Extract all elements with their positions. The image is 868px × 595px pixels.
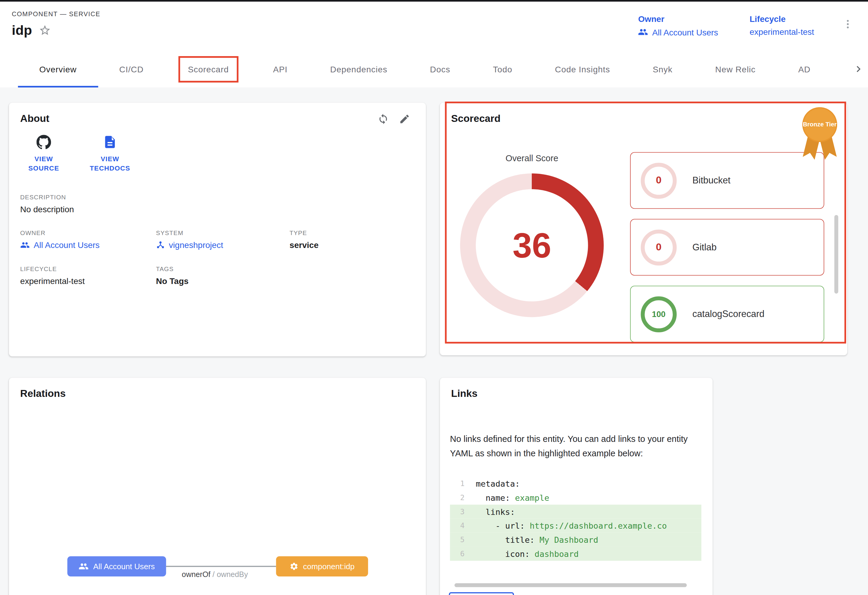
scorecard-item-label: catalogScorecard xyxy=(692,309,764,320)
description-value: No description xyxy=(20,204,415,214)
relation-component-label: component:idp xyxy=(303,562,354,571)
owner-field-link[interactable]: All Account Users xyxy=(20,240,156,250)
score-ring: 0 xyxy=(641,229,677,265)
overall-score-donut: 36 xyxy=(460,173,604,317)
links-title: Links xyxy=(451,388,477,400)
view-source-label: VIEW SOURCE xyxy=(24,154,64,173)
people-icon xyxy=(78,561,89,571)
scorecard-scrollbar[interactable] xyxy=(834,215,838,294)
system-field: SYSTEM vigneshproject xyxy=(156,229,289,249)
techdocs-file-icon xyxy=(103,135,117,149)
score-ring: 100 xyxy=(641,296,677,332)
chevron-right-icon[interactable] xyxy=(850,50,865,87)
tab-api[interactable]: API xyxy=(252,50,309,87)
view-techdocs-link[interactable]: VIEW TECHDOCS xyxy=(90,135,130,173)
tab-todo[interactable]: Todo xyxy=(471,50,534,87)
scorecard-item-catalogscorecard[interactable]: 100 catalogScorecard xyxy=(630,286,824,342)
line-number: 1 xyxy=(450,480,465,488)
kebab-menu-icon[interactable] xyxy=(842,14,853,30)
line-number: 6 xyxy=(450,550,465,558)
tab-snyk[interactable]: Snyk xyxy=(631,50,694,87)
owner-value: All Account Users xyxy=(652,27,718,37)
tab-ad-truncated[interactable]: AD xyxy=(777,50,832,87)
links-action-button[interactable] xyxy=(449,592,514,595)
lifecycle-field-value: experimental-test xyxy=(20,276,156,286)
edge-label-ownedby: ownedBy xyxy=(217,570,248,579)
code-horizontal-scrollbar[interactable] xyxy=(455,583,686,587)
relations-title: Relations xyxy=(20,388,66,400)
edge-label-divider: / xyxy=(211,570,217,579)
owner-link[interactable]: All Account Users xyxy=(638,27,718,37)
scorecard-item-label: Gitlab xyxy=(692,242,716,253)
about-title: About xyxy=(20,113,49,124)
edit-pencil-icon[interactable] xyxy=(399,113,410,124)
scorecard-item-bitbucket[interactable]: 0 Bitbucket xyxy=(630,152,824,209)
tab-scorecard[interactable]: Scorecard xyxy=(165,50,252,87)
system-field-link[interactable]: vigneshproject xyxy=(156,240,289,250)
gear-icon xyxy=(289,562,298,571)
lifecycle-field: LIFECYCLE experimental-test xyxy=(20,265,156,286)
owner-field-label: OWNER xyxy=(20,229,156,236)
owner-meta: Owner All Account Users xyxy=(638,14,718,37)
people-icon xyxy=(638,27,648,37)
scorecard-tab-annotation: Scorecard xyxy=(179,56,238,82)
tab-cicd[interactable]: CI/CD xyxy=(98,50,165,87)
score-ring: 0 xyxy=(641,163,677,198)
tab-overview[interactable]: Overview xyxy=(18,50,98,87)
owner-label: Owner xyxy=(638,14,718,24)
lifecycle-value: experimental-test xyxy=(750,27,814,37)
edge-label-ownerof: ownerOf xyxy=(182,570,210,579)
main-content: About VIEW SOURCE xyxy=(0,88,868,595)
entity-header: COMPONENT — SERVICE idp Owner All Accoun… xyxy=(0,2,868,51)
description-label: DESCRIPTION xyxy=(20,193,415,200)
view-techdocs-label: VIEW TECHDOCS xyxy=(90,154,130,173)
overall-score-label: Overall Score xyxy=(459,153,605,163)
app-window: COMPONENT — SERVICE idp Owner All Accoun… xyxy=(0,0,868,595)
favorite-star-icon[interactable] xyxy=(39,24,51,36)
tags-field-value: No Tags xyxy=(156,276,289,286)
relation-edge-label: ownerOf / ownedBy xyxy=(182,570,248,579)
links-empty-message: No links defined for this entity. You ca… xyxy=(450,432,701,461)
bronze-tier-badge: Bronze Tier xyxy=(801,107,838,163)
scorecard-card: Scorecard Bronze Tier Overall Score 36 0 xyxy=(440,103,847,355)
github-icon xyxy=(37,135,51,149)
tier-badge-label: Bronze Tier xyxy=(802,107,837,142)
overall-score-value: 36 xyxy=(512,225,551,265)
relations-graph: All Account Users component:idp ownerOf … xyxy=(9,400,426,595)
code-line-highlighted: 5 title: My Dashboard xyxy=(450,533,701,547)
scorecard-item-gitlab[interactable]: 0 Gitlab xyxy=(630,219,824,275)
line-number: 4 xyxy=(450,521,465,530)
line-number: 5 xyxy=(450,536,465,544)
owner-field-value: All Account Users xyxy=(34,240,100,250)
lifecycle-label: Lifecycle xyxy=(750,14,814,24)
type-field: TYPE service xyxy=(289,229,415,249)
scorecard-title: Scorecard xyxy=(451,113,500,124)
tab-new-relic[interactable]: New Relic xyxy=(694,50,777,87)
relation-edge-line xyxy=(166,566,276,567)
code-line: 1 metadata: xyxy=(450,477,701,490)
system-hub-icon xyxy=(156,240,165,249)
lifecycle-meta: Lifecycle experimental-test xyxy=(750,14,814,37)
line-number: 3 xyxy=(450,507,465,516)
system-field-label: SYSTEM xyxy=(156,229,289,236)
relation-node-component[interactable]: component:idp xyxy=(276,556,368,576)
code-line: 2 name: example xyxy=(450,490,701,505)
links-card: Links No links defined for this entity. … xyxy=(440,377,713,595)
code-line-highlighted: 6 icon: dashboard xyxy=(450,547,701,561)
code-line-highlighted: 3 links: xyxy=(450,505,701,519)
tab-code-insights[interactable]: Code Insights xyxy=(534,50,631,87)
relations-card: Relations All Account Users component:id… xyxy=(9,377,426,595)
yaml-example-code: 1 metadata: 2 name: example 3 links: 4 -… xyxy=(450,477,701,561)
tab-bar: Overview CI/CD Scorecard API Dependencie… xyxy=(0,50,868,88)
tab-dependencies[interactable]: Dependencies xyxy=(309,50,409,87)
tab-docs[interactable]: Docs xyxy=(409,50,471,87)
about-card: About VIEW SOURCE xyxy=(9,103,426,356)
relation-node-owner[interactable]: All Account Users xyxy=(67,556,166,576)
scorecard-item-label: Bitbucket xyxy=(692,175,730,186)
lifecycle-field-label: LIFECYCLE xyxy=(20,265,156,272)
tags-field: TAGS No Tags xyxy=(156,265,289,286)
type-field-label: TYPE xyxy=(289,229,415,236)
view-source-link[interactable]: VIEW SOURCE xyxy=(24,135,64,173)
relation-owner-label: All Account Users xyxy=(93,562,155,571)
refresh-icon[interactable] xyxy=(378,113,389,124)
